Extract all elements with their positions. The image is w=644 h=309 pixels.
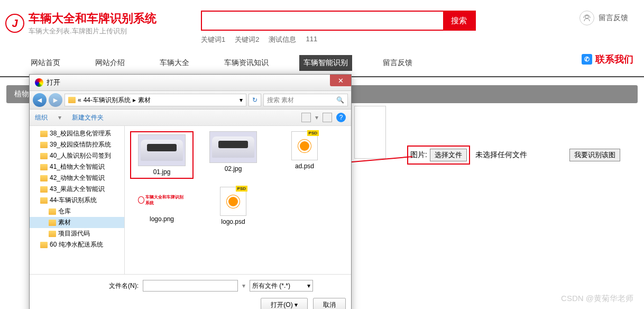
tree-item[interactable]: 60 纯净水配送系统: [30, 239, 124, 250]
tree-item[interactable]: 38_校园信息化管理系: [30, 128, 124, 139]
forward-button[interactable]: ►: [49, 93, 62, 107]
folder-icon: [40, 186, 48, 193]
folder-icon: [49, 220, 56, 226]
feedback-label: 留言反馈: [599, 13, 628, 23]
phone-icon: ✆: [582, 54, 592, 65]
filename-input[interactable]: [143, 280, 238, 292]
preview-pane-icon[interactable]: [323, 113, 332, 122]
tree-item[interactable]: 40_人脸识别公司签到: [30, 150, 124, 161]
nav-recognition[interactable]: 车辆智能识别: [299, 55, 352, 71]
keyword-link[interactable]: 111: [306, 35, 317, 44]
contact-label: 联系我们: [595, 53, 633, 66]
app-icon: [35, 78, 43, 87]
cancel-button[interactable]: 取消: [313, 298, 346, 309]
folder-icon: [40, 197, 48, 204]
close-button[interactable]: ✕: [330, 75, 351, 86]
recognize-button[interactable]: 我要识别该图: [569, 149, 620, 161]
folder-icon: [49, 231, 56, 237]
file-grid: 01.jpg02.jpgPSDad.psd车辆大全和车牌识别系统logo.png…: [125, 126, 351, 274]
keyword-link[interactable]: 关键词2: [235, 35, 259, 44]
nav-home[interactable]: 网站首页: [26, 55, 65, 71]
dialog-titlebar[interactable]: 打开 ✕: [30, 75, 351, 91]
file-name: logo.png: [150, 215, 174, 223]
refresh-button[interactable]: ↻: [249, 94, 261, 106]
filetype-select[interactable]: 所有文件 (*.*) ▾: [250, 280, 313, 292]
filename-label: 文件名(N):: [109, 281, 139, 290]
search-button[interactable]: 搜索: [443, 12, 475, 30]
choose-file-button[interactable]: 选择文件: [430, 149, 467, 161]
file-name: ad.psd: [295, 162, 314, 170]
logo-section: J 车辆大全和车牌识别系统 车辆大全列表.车牌图片上传识别: [5, 11, 201, 36]
search-placeholder: 搜索 素材: [267, 96, 294, 105]
new-folder-button[interactable]: 新建文件夹: [72, 113, 104, 122]
folder-icon: [40, 142, 48, 148]
file-item[interactable]: PSDad.psd: [273, 131, 336, 179]
main-nav: 网站首页 网站介绍 车辆大全 车辆资讯知识 车辆智能识别 留言反馈 ✆ 联系我们: [0, 50, 644, 77]
file-name: logo.psd: [221, 218, 245, 225]
path-bar[interactable]: « 44-车辆识别系统 ▸ 素材 ▾: [65, 94, 246, 106]
folder-icon: [40, 242, 48, 248]
folder-icon: [68, 97, 76, 103]
search-input[interactable]: [202, 12, 443, 30]
upload-label: 图片:: [410, 150, 427, 160]
svg-point-0: [585, 15, 588, 19]
file-name: 01.jpg: [153, 168, 171, 176]
chevron-down-icon: ▾: [307, 282, 310, 289]
tree-item[interactable]: 项目源代码: [30, 228, 124, 239]
file-item[interactable]: PSDlogo.psd: [201, 187, 265, 225]
site-title: 车辆大全和车牌识别系统: [29, 11, 157, 26]
file-item[interactable]: 车辆大全和车牌识别系统logo.png: [130, 187, 194, 225]
view-icon[interactable]: [301, 113, 311, 122]
file-name: 02.jpg: [225, 165, 242, 172]
search-box: 搜索: [201, 11, 476, 31]
nav-feedback[interactable]: 留言反馈: [379, 55, 417, 71]
folder-icon: [49, 208, 56, 215]
nav-vehicles[interactable]: 车辆大全: [155, 55, 194, 71]
no-file-text: 未选择任何文件: [475, 150, 527, 160]
keyword-link[interactable]: 测试信息: [269, 35, 296, 44]
tree-item[interactable]: 41_植物大全智能识: [30, 161, 124, 172]
nav-about[interactable]: 网站介绍: [91, 55, 129, 71]
watermark: CSDN @黄菊华老师: [561, 294, 633, 304]
file-item[interactable]: 01.jpg: [130, 131, 194, 179]
tree-item[interactable]: 44-车辆识别系统: [30, 195, 124, 206]
nav-news[interactable]: 车辆资讯知识: [220, 55, 273, 71]
file-item[interactable]: 02.jpg: [201, 131, 265, 179]
logo-icon: J: [5, 14, 24, 33]
feedback-link[interactable]: 留言反馈: [579, 11, 639, 25]
folder-icon: [40, 164, 48, 170]
folder-icon: [40, 131, 48, 137]
organize-menu[interactable]: 组织: [35, 113, 48, 122]
chevron-down-icon[interactable]: ▾: [240, 96, 243, 104]
dialog-title-text: 打开: [47, 78, 60, 87]
tree-item[interactable]: 仓库: [30, 206, 124, 217]
keyword-links: 关键词1 关键词2 测试信息 111: [201, 31, 579, 44]
keyword-link[interactable]: 关键词1: [201, 35, 225, 44]
folder-icon: [40, 175, 48, 181]
headset-icon: [579, 11, 594, 25]
tree-item[interactable]: 43_果蔬大全智能识: [30, 184, 124, 195]
tree-item[interactable]: 素材: [30, 217, 124, 228]
file-chooser-highlight: 图片: 选择文件: [407, 146, 470, 165]
open-button[interactable]: 打开(O) ▾: [261, 298, 308, 309]
file-open-dialog: 打开 ✕ ◄ ► « 44-车辆识别系统 ▸ 素材 ▾ ↻ 搜索 素材 🔍 组织…: [29, 74, 352, 309]
tree-item[interactable]: 39_校园疫情防控系统: [30, 139, 124, 150]
search-icon: 🔍: [336, 96, 344, 104]
site-subtitle: 车辆大全列表.车牌图片上传识别: [29, 26, 157, 36]
folder-tree: 38_校园信息化管理系39_校园疫情防控系统40_人脸识别公司签到41_植物大全…: [30, 126, 125, 274]
folder-icon: [40, 153, 48, 159]
tree-item[interactable]: 42_动物大全智能识: [30, 172, 124, 184]
dialog-search[interactable]: 搜索 素材 🔍: [263, 94, 348, 106]
contact-us[interactable]: ✆ 联系我们: [582, 53, 633, 66]
back-button[interactable]: ◄: [33, 93, 47, 107]
image-preview: [354, 106, 386, 159]
help-icon[interactable]: ?: [336, 113, 346, 122]
